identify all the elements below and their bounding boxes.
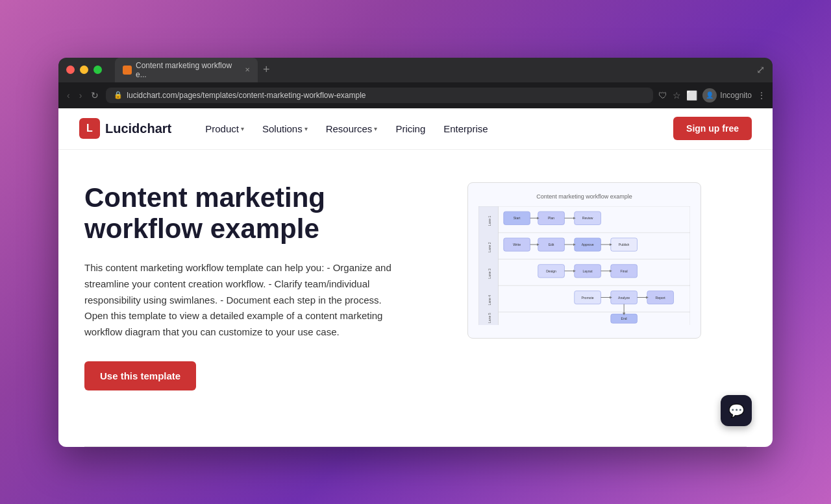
tab-area: Content marketing workflow e... ✕ + bbox=[115, 58, 751, 82]
chevron-down-icon: ▾ bbox=[304, 125, 308, 132]
svg-text:Lane 1: Lane 1 bbox=[488, 215, 491, 226]
use-template-button[interactable]: Use this template bbox=[84, 361, 196, 390]
svg-text:Design: Design bbox=[546, 269, 556, 272]
close-button[interactable] bbox=[66, 66, 75, 74]
main-content: Content marketing workflow example This … bbox=[58, 150, 773, 446]
svg-text:Start: Start bbox=[514, 216, 521, 220]
diagram-svg: Lane 1 Lane 2 Lane 3 Lane 4 Lane 5 Start… bbox=[478, 206, 690, 325]
chat-icon: 💬 bbox=[728, 403, 745, 418]
bookmark-icon[interactable]: ☆ bbox=[673, 90, 681, 101]
chevron-down-icon: ▾ bbox=[374, 125, 377, 132]
right-panel: Content marketing workflow example bbox=[422, 182, 747, 420]
site-nav: L Lucidchart Product ▾ Solutions ▾ Resou… bbox=[58, 108, 773, 150]
svg-text:Publish: Publish bbox=[619, 243, 630, 246]
tab-favicon bbox=[123, 66, 132, 75]
page-title: Content marketing workflow example bbox=[84, 182, 396, 245]
address-bar: ‹ › ↻ 🔒 lucidchart.com/pages/templates/c… bbox=[58, 82, 773, 108]
page-content: L Lucidchart Product ▾ Solutions ▾ Resou… bbox=[58, 108, 773, 447]
window-expand-icon[interactable]: ⤢ bbox=[756, 64, 765, 76]
nav-solutions-label: Solutions bbox=[262, 123, 303, 134]
diagram-title: Content marketing workflow example bbox=[478, 193, 690, 200]
svg-text:Report: Report bbox=[656, 295, 666, 299]
svg-text:Review: Review bbox=[582, 216, 593, 220]
new-tab-button[interactable]: + bbox=[259, 63, 274, 77]
chat-button[interactable]: 💬 bbox=[721, 395, 752, 426]
svg-text:Plan: Plan bbox=[548, 216, 554, 220]
logo[interactable]: L Lucidchart bbox=[79, 118, 171, 139]
svg-text:Lane 5: Lane 5 bbox=[488, 313, 491, 323]
lock-icon: 🔒 bbox=[114, 91, 123, 99]
svg-text:Write: Write bbox=[513, 243, 521, 246]
nav-product-label: Product bbox=[205, 123, 239, 134]
logo-text: Lucidchart bbox=[105, 121, 171, 136]
refresh-button[interactable]: ↻ bbox=[89, 90, 101, 101]
minimize-button[interactable] bbox=[80, 66, 88, 74]
chevron-down-icon: ▾ bbox=[241, 125, 244, 132]
tab-close-icon[interactable]: ✕ bbox=[245, 66, 250, 73]
logo-icon: L bbox=[79, 118, 100, 139]
left-panel: Content marketing workflow example This … bbox=[84, 182, 396, 420]
incognito-badge: 👤 Incognito bbox=[702, 88, 752, 102]
signup-button[interactable]: Sign up free bbox=[673, 117, 752, 140]
maximize-button[interactable] bbox=[93, 66, 102, 74]
shield-icon: 🛡 bbox=[658, 90, 667, 101]
svg-text:Approve: Approve bbox=[582, 243, 594, 246]
nav-solutions[interactable]: Solutions ▾ bbox=[254, 118, 316, 139]
nav-product[interactable]: Product ▾ bbox=[197, 118, 252, 139]
nav-pricing[interactable]: Pricing bbox=[388, 118, 433, 139]
tablet-icon[interactable]: ⬜ bbox=[686, 90, 697, 101]
svg-text:Layout: Layout bbox=[582, 269, 593, 272]
svg-text:Final: Final bbox=[621, 269, 628, 272]
nav-pricing-label: Pricing bbox=[395, 123, 425, 134]
svg-text:Lane 4: Lane 4 bbox=[488, 294, 491, 305]
footer-divider bbox=[84, 446, 747, 447]
svg-text:Lane 3: Lane 3 bbox=[488, 268, 491, 278]
svg-text:Analyze: Analyze bbox=[618, 295, 630, 299]
forward-button[interactable]: › bbox=[77, 90, 84, 101]
incognito-label: Incognito bbox=[720, 91, 752, 100]
nav-resources-label: Resources bbox=[326, 123, 373, 134]
tab-title: Content marketing workflow e... bbox=[136, 61, 238, 79]
title-bar: Content marketing workflow e... ✕ + ⤢ bbox=[58, 58, 773, 82]
nav-enterprise-label: Enterprise bbox=[443, 123, 488, 134]
svg-text:End: End bbox=[621, 317, 627, 320]
svg-text:Edit: Edit bbox=[549, 243, 554, 246]
url-bar[interactable]: 🔒 lucidchart.com/pages/templates/content… bbox=[106, 88, 653, 103]
nav-enterprise[interactable]: Enterprise bbox=[436, 118, 495, 139]
back-button[interactable]: ‹ bbox=[65, 90, 72, 101]
more-options-icon[interactable]: ⋮ bbox=[757, 90, 766, 101]
svg-text:Promote: Promote bbox=[581, 295, 593, 299]
nav-resources[interactable]: Resources ▾ bbox=[318, 118, 386, 139]
url-text: lucidchart.com/pages/templates/content-m… bbox=[127, 91, 366, 100]
incognito-avatar: 👤 bbox=[702, 88, 717, 102]
nav-links: Product ▾ Solutions ▾ Resources ▾ Pricin… bbox=[197, 118, 673, 139]
browser-tab[interactable]: Content marketing workflow e... ✕ bbox=[115, 58, 258, 82]
address-bar-actions: 🛡 ☆ ⬜ 👤 Incognito ⋮ bbox=[658, 88, 766, 102]
svg-text:Lane 2: Lane 2 bbox=[488, 242, 491, 252]
diagram-preview: Content marketing workflow example bbox=[467, 182, 701, 339]
page-description: This content marketing workflow template… bbox=[84, 260, 396, 341]
